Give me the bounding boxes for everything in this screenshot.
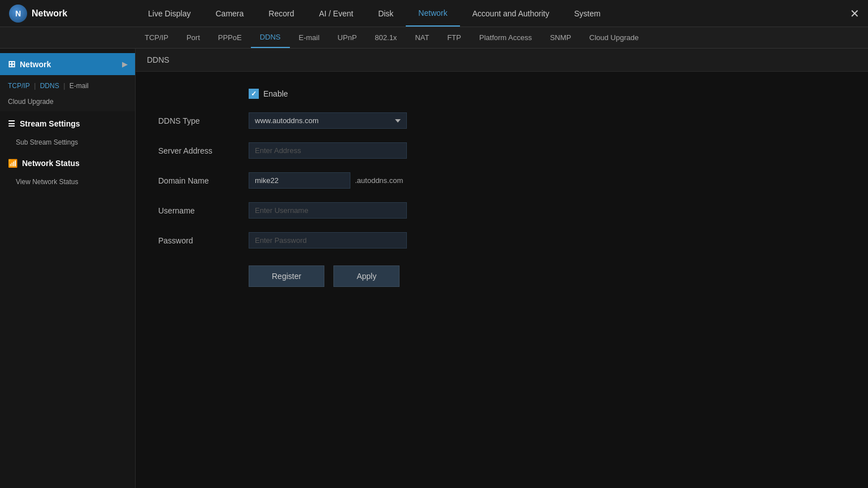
nav-item-record[interactable]: Record bbox=[256, 0, 306, 27]
password-control bbox=[249, 232, 407, 249]
sidebar-section-network-status: 📶 Network Status View Network Status bbox=[0, 153, 135, 190]
sub-nav-pppoe[interactable]: PPPoE bbox=[209, 27, 251, 48]
nav-item-camera[interactable]: Camera bbox=[203, 0, 256, 27]
enable-checkbox[interactable]: ✓ bbox=[249, 89, 259, 99]
domain-suffix: .autoddns.com bbox=[355, 176, 403, 185]
sub-nav-nat[interactable]: NAT bbox=[406, 27, 438, 48]
app-logo: N Network bbox=[0, 5, 136, 23]
network-section-icon: ⊞ bbox=[8, 59, 15, 69]
button-row: Register Apply bbox=[249, 265, 845, 287]
username-input[interactable] bbox=[249, 202, 407, 219]
sidebar-section-network: ⊞ Network ▶ TCP/IP | DDNS | E-mail Cloud… bbox=[0, 53, 135, 111]
separator-2: | bbox=[63, 82, 65, 90]
sub-nav-bar: TCP/IP Port PPPoE DDNS E-mail UPnP 802.1… bbox=[0, 27, 868, 49]
sidebar-network-sub-row: TCP/IP | DDNS | E-mail bbox=[8, 77, 135, 93]
sub-nav-802-1x[interactable]: 802.1x bbox=[366, 27, 406, 48]
top-nav-items: Live Display Camera Record AI / Event Di… bbox=[136, 0, 841, 27]
sidebar-item-email[interactable]: E-mail bbox=[70, 82, 89, 90]
stream-section-icon: ☰ bbox=[8, 119, 15, 128]
server-address-label: Server Address bbox=[158, 146, 249, 155]
password-row: Password bbox=[158, 232, 845, 249]
ddns-type-control: www.autoddns.com dyndns.org no-ip.com bbox=[249, 112, 407, 129]
sidebar-item-sub-stream[interactable]: Sub Stream Settings bbox=[0, 134, 135, 151]
sidebar-network-label: Network bbox=[20, 60, 51, 69]
server-address-control bbox=[249, 142, 407, 159]
register-button[interactable]: Register bbox=[249, 265, 324, 287]
enable-control: ✓ Enable bbox=[249, 89, 288, 99]
domain-name-row: Domain Name .autoddns.com bbox=[158, 172, 845, 189]
sidebar-stream-header[interactable]: ☰ Stream Settings bbox=[0, 114, 135, 134]
sidebar-item-cloud-upgrade[interactable]: Cloud Upgrade bbox=[8, 98, 54, 106]
chevron-right-icon: ▶ bbox=[122, 60, 127, 68]
enable-checkbox-wrapper[interactable]: ✓ Enable bbox=[249, 89, 288, 99]
sub-nav-upnp[interactable]: UPnP bbox=[328, 27, 366, 48]
username-control bbox=[249, 202, 407, 219]
ddns-type-select[interactable]: www.autoddns.com dyndns.org no-ip.com bbox=[249, 112, 407, 129]
nav-item-disk[interactable]: Disk bbox=[366, 0, 406, 27]
sidebar-item-view-network-status[interactable]: View Network Status bbox=[0, 173, 135, 190]
enable-checkbox-label: Enable bbox=[263, 89, 288, 98]
sidebar-network-status-label: Network Status bbox=[22, 159, 80, 168]
nav-item-system[interactable]: System bbox=[562, 0, 613, 27]
sidebar-network-status-header[interactable]: 📶 Network Status bbox=[0, 153, 135, 173]
password-label: Password bbox=[158, 236, 249, 245]
sub-nav-ddns[interactable]: DDNS bbox=[251, 27, 290, 48]
nav-item-account-authority[interactable]: Account and Authority bbox=[460, 0, 562, 27]
layout: ⊞ Network ▶ TCP/IP | DDNS | E-mail Cloud… bbox=[0, 49, 868, 488]
sidebar-cloud-upgrade-row: Cloud Upgrade bbox=[8, 93, 135, 109]
sub-nav-platform-access[interactable]: Platform Access bbox=[470, 27, 541, 48]
network-status-icon: 📶 bbox=[8, 159, 18, 168]
checkmark-icon: ✓ bbox=[251, 90, 257, 98]
domain-name-label: Domain Name bbox=[158, 176, 249, 185]
nav-item-live-display[interactable]: Live Display bbox=[136, 0, 203, 27]
content-body: ✓ Enable DDNS Type www.autoddns.com dynd… bbox=[136, 72, 868, 304]
sub-nav-cloud-upgrade[interactable]: Cloud Upgrade bbox=[580, 27, 648, 48]
sidebar-stream-label: Stream Settings bbox=[20, 119, 80, 128]
sidebar-item-ddns[interactable]: DDNS bbox=[40, 82, 59, 90]
server-address-row: Server Address bbox=[158, 142, 845, 159]
sidebar: ⊞ Network ▶ TCP/IP | DDNS | E-mail Cloud… bbox=[0, 49, 136, 488]
password-input[interactable] bbox=[249, 232, 407, 249]
server-address-input[interactable] bbox=[249, 142, 407, 159]
domain-name-input[interactable] bbox=[249, 172, 350, 189]
separator-1: | bbox=[34, 82, 36, 90]
nav-item-network[interactable]: Network bbox=[406, 0, 459, 27]
sub-nav-tcp-ip[interactable]: TCP/IP bbox=[136, 27, 177, 48]
close-button[interactable]: ✕ bbox=[841, 0, 868, 27]
content-title: DDNS bbox=[147, 55, 170, 64]
domain-name-control: .autoddns.com bbox=[249, 172, 403, 189]
sub-nav-port[interactable]: Port bbox=[177, 27, 209, 48]
sub-nav-email[interactable]: E-mail bbox=[290, 27, 329, 48]
username-label: Username bbox=[158, 206, 249, 215]
sidebar-network-header[interactable]: ⊞ Network ▶ bbox=[0, 53, 135, 75]
ddns-type-row: DDNS Type www.autoddns.com dyndns.org no… bbox=[158, 112, 845, 129]
username-row: Username bbox=[158, 202, 845, 219]
content-header: DDNS bbox=[136, 49, 868, 72]
sub-nav-ftp[interactable]: FTP bbox=[438, 27, 470, 48]
sidebar-section-stream: ☰ Stream Settings Sub Stream Settings bbox=[0, 114, 135, 151]
sidebar-item-tcp-ip[interactable]: TCP/IP bbox=[8, 82, 30, 90]
app-title: Network bbox=[32, 8, 67, 19]
apply-button[interactable]: Apply bbox=[333, 265, 400, 287]
logo-icon: N bbox=[9, 5, 27, 23]
enable-row: ✓ Enable bbox=[158, 89, 845, 99]
sub-nav-snmp[interactable]: SNMP bbox=[541, 27, 580, 48]
nav-item-ai-event[interactable]: AI / Event bbox=[306, 0, 366, 27]
top-nav-bar: N Network Live Display Camera Record AI … bbox=[0, 0, 868, 27]
main-content: DDNS ✓ Enable DDNS Type bbox=[136, 49, 868, 488]
sidebar-network-subitems: TCP/IP | DDNS | E-mail Cloud Upgrade bbox=[0, 75, 135, 111]
ddns-type-label: DDNS Type bbox=[158, 116, 249, 125]
